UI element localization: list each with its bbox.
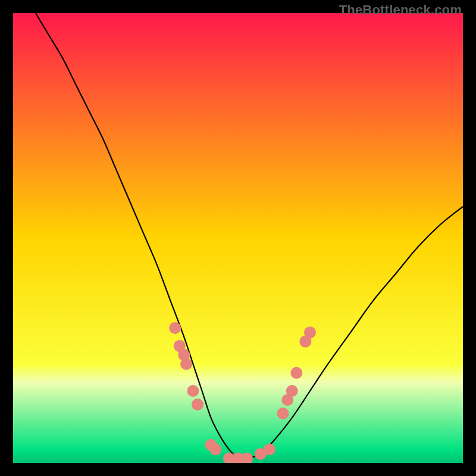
watermark-text: TheBottleneck.com	[339, 2, 462, 18]
data-marker	[187, 385, 199, 397]
data-marker	[277, 408, 289, 419]
data-marker	[192, 399, 203, 411]
data-marker	[304, 327, 316, 339]
data-marker	[264, 443, 275, 455]
data-marker	[290, 367, 302, 379]
data-marker	[286, 385, 298, 397]
data-marker	[169, 322, 181, 334]
chart-frame	[13, 13, 463, 463]
chart-background	[13, 13, 463, 463]
data-marker	[180, 358, 192, 370]
data-marker	[209, 443, 221, 455]
bottleneck-chart	[13, 13, 463, 463]
